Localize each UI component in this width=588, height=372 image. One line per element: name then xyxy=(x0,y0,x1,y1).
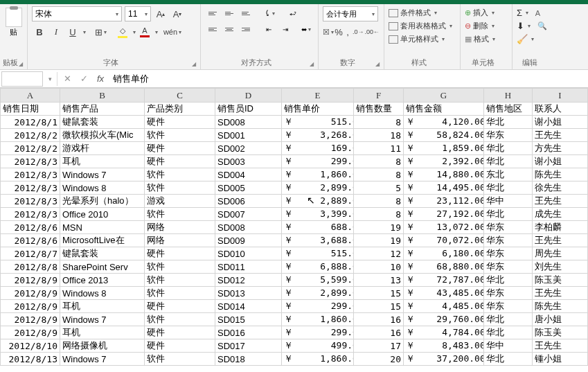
clear-button[interactable]: 🧹▾ xyxy=(517,33,550,46)
cell[interactable]: SD008 xyxy=(215,116,282,129)
cell[interactable]: 5 xyxy=(354,181,404,195)
cell[interactable]: ￥ 5,599.00 xyxy=(282,274,354,287)
cell[interactable]: SD016 xyxy=(215,326,282,339)
cell[interactable]: 华北 xyxy=(484,155,533,168)
cell[interactable]: 键鼠套装 xyxy=(60,116,145,129)
align-center-button[interactable] xyxy=(222,22,237,36)
cell[interactable]: 华北 xyxy=(484,313,533,326)
dialog-launcher-icon[interactable]: ◢ xyxy=(375,61,382,68)
cell[interactable]: 2012/8/3 xyxy=(1,208,60,221)
column-header[interactable]: I xyxy=(533,89,588,103)
cell[interactable]: ￥ 3,268.00 xyxy=(282,129,354,142)
cell[interactable]: 2012/8/3 xyxy=(1,195,60,208)
column-header[interactable]: A xyxy=(1,89,60,103)
cell[interactable]: 谢小姐 xyxy=(533,116,588,129)
cell[interactable]: 软件 xyxy=(145,287,215,300)
orientation-button[interactable]: ⤹▾ xyxy=(262,6,277,20)
table-row[interactable]: 2012/8/6MicrosoftLive在网络SD009￥ 3,688.001… xyxy=(1,234,588,247)
fill-button[interactable]: ⬇▾ 🔍 xyxy=(517,19,550,33)
align-right-button[interactable] xyxy=(238,22,253,36)
cell[interactable]: ￥ 1,859.00 xyxy=(404,142,484,155)
cell[interactable]: ￥ 299.00 xyxy=(282,155,354,168)
cell[interactable]: 王先生 xyxy=(533,287,588,300)
cell[interactable]: 2012/8/6 xyxy=(1,221,60,234)
cell[interactable]: 2012/8/1 xyxy=(1,116,60,129)
header-cell[interactable]: 联系人 xyxy=(533,103,588,116)
table-row[interactable]: 2012/8/9Windows 7软件SD015￥ 1,860.0016￥ 29… xyxy=(1,313,588,326)
cell[interactable]: 2012/8/2 xyxy=(1,129,60,142)
cell[interactable]: 软件 xyxy=(145,313,215,326)
header-cell[interactable]: 销售地区 xyxy=(484,103,533,116)
cell[interactable]: 软件 xyxy=(145,260,215,274)
cell[interactable]: 2012/8/9 xyxy=(1,326,60,339)
cell[interactable]: SD006 xyxy=(215,195,282,208)
cell[interactable]: 唐小姐 xyxy=(533,313,588,326)
cell[interactable]: 方先生 xyxy=(533,142,588,155)
cell[interactable]: 13 xyxy=(354,274,404,287)
cell[interactable]: 19 xyxy=(354,234,404,247)
cell[interactable]: 11 xyxy=(354,142,404,155)
table-row[interactable]: 2012/8/3耳机硬件SD003￥ 299.008￥ 2,392.00华北谢小… xyxy=(1,155,588,168)
cell[interactable]: ￥ 13,072.00 xyxy=(404,221,484,234)
cell[interactable]: 12 xyxy=(354,247,404,260)
cell[interactable]: 游戏杆 xyxy=(60,142,145,155)
cell[interactable]: ￥ 3,399.00 xyxy=(282,208,354,221)
cell[interactable]: 硬件 xyxy=(145,339,215,353)
cell[interactable]: 10 xyxy=(354,260,404,274)
cell[interactable]: ￥ 70,072.00 xyxy=(404,234,484,247)
cell[interactable]: 东北 xyxy=(484,168,533,181)
column-header[interactable]: F xyxy=(354,89,404,103)
cell[interactable]: ￥ 4,784.00 xyxy=(404,326,484,339)
cell[interactable]: ￥ 1,860.00 xyxy=(282,313,354,326)
cell[interactable]: 15 xyxy=(354,300,404,313)
dialog-launcher-icon[interactable]: ◢ xyxy=(19,61,26,68)
table-row[interactable]: 2012/8/6MSN网络SD008￥ 688.0019￥ 13,072.00华… xyxy=(1,221,588,234)
wrap-text-button[interactable]: ⮐ xyxy=(285,6,301,20)
cell[interactable]: ￥ 14,495.00 xyxy=(404,181,484,195)
dialog-launcher-icon[interactable]: ◢ xyxy=(192,61,199,68)
cell[interactable]: ￥ 6,180.00 xyxy=(404,247,484,260)
cell[interactable]: SD003 xyxy=(215,155,282,168)
autosum-button[interactable]: Σ▾ A xyxy=(517,6,550,19)
cell[interactable]: 锺小姐 xyxy=(533,353,588,366)
cell[interactable]: ￥ 72,787.00 xyxy=(404,274,484,287)
header-cell[interactable]: 销售单价 xyxy=(282,103,354,116)
cell[interactable]: 硬件 xyxy=(145,142,215,155)
header-cell[interactable]: 产品类别 xyxy=(145,103,215,116)
cell[interactable]: 华东 xyxy=(484,247,533,260)
cell[interactable]: 2012/8/9 xyxy=(1,313,60,326)
cell[interactable]: ￥ 299.00 xyxy=(282,326,354,339)
cell[interactable]: 2012/8/3 xyxy=(1,168,60,181)
cell[interactable]: SharePoint Serv xyxy=(60,260,145,274)
cell[interactable]: Windows 7 xyxy=(60,353,145,366)
cell[interactable]: SD009 xyxy=(215,234,282,247)
column-header[interactable]: E xyxy=(282,89,354,103)
align-bottom-button[interactable] xyxy=(238,6,253,20)
cell[interactable]: 华北 xyxy=(484,116,533,129)
cell[interactable]: 2012/8/13 xyxy=(1,353,60,366)
cell[interactable]: 2012/8/6 xyxy=(1,234,60,247)
underline-button[interactable]: U xyxy=(65,24,80,39)
cell[interactable]: 软件 xyxy=(145,129,215,142)
cell[interactable]: 2012/8/3 xyxy=(1,155,60,168)
table-row[interactable]: 2012/8/9Windows 8软件SD013￥ 2,899.0015￥ 43… xyxy=(1,287,588,300)
table-row[interactable]: 2012/8/2微软模拟火车(Mic软件SD001￥ 3,268.0018￥ 5… xyxy=(1,129,588,142)
cell[interactable]: 王先生 xyxy=(533,234,588,247)
cell[interactable]: 华东 xyxy=(484,234,533,247)
cell[interactable]: MicrosoftLive在 xyxy=(60,234,145,247)
cell[interactable]: SD017 xyxy=(215,339,282,353)
cell[interactable]: ￥ 4,120.00 xyxy=(404,116,484,129)
delete-button[interactable]: ⊖删除▾ xyxy=(465,19,508,33)
cell[interactable]: ￥ 14,880.00 xyxy=(404,168,484,181)
header-cell[interactable]: 销售日期 xyxy=(1,103,60,116)
table-header-row[interactable]: 销售日期销售产品产品类别销售员ID销售单价销售数量销售金额销售地区联系人 xyxy=(1,103,588,116)
column-header[interactable]: H xyxy=(484,89,533,103)
align-middle-button[interactable] xyxy=(222,6,237,20)
number-format-select[interactable]: 会计专用▾ xyxy=(323,6,378,21)
cell[interactable]: 华北 xyxy=(484,353,533,366)
cell[interactable]: 游戏 xyxy=(145,195,215,208)
cell[interactable]: 2012/8/9 xyxy=(1,287,60,300)
column-header[interactable]: C xyxy=(145,89,215,103)
cell[interactable]: ￥ 515.00 xyxy=(282,116,354,129)
cell[interactable]: 8 xyxy=(354,155,404,168)
